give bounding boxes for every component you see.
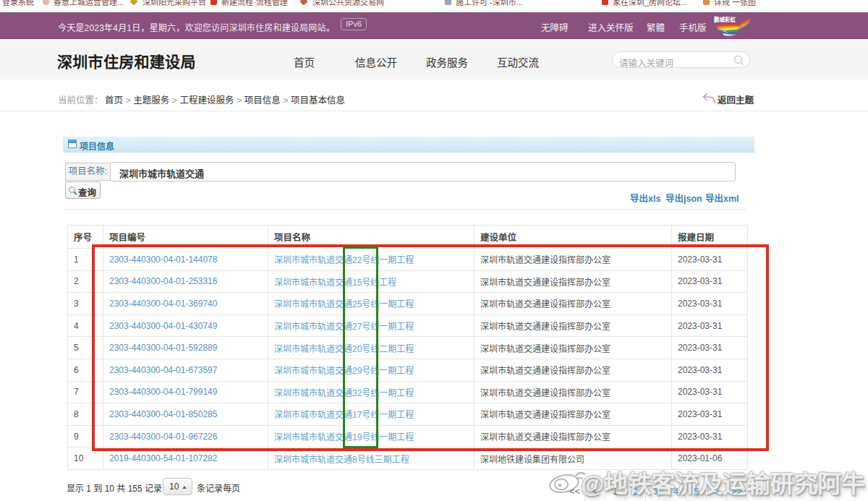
svg-text:鹏城彩虹: 鹏城彩虹: [714, 16, 736, 23]
